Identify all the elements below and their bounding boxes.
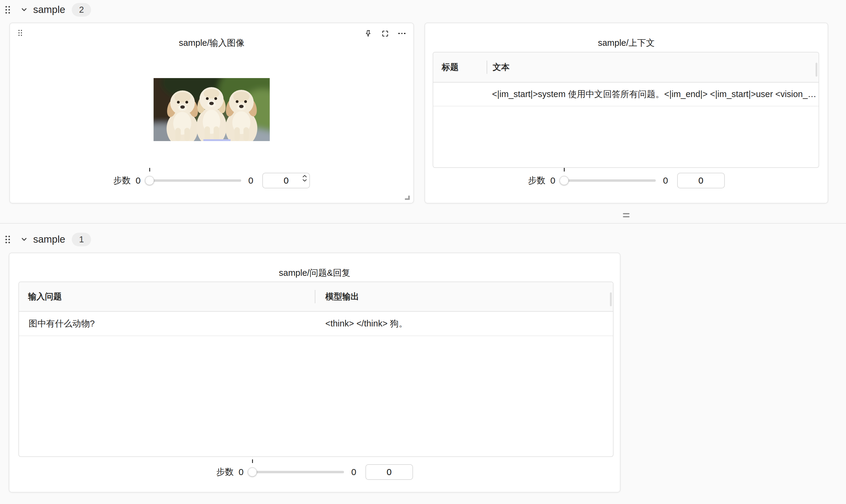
chevron-up-icon <box>302 175 307 178</box>
panel-title: sample/上下文 <box>425 37 828 49</box>
table-row: 图中有什么动物? <think> </think> 狗。 <box>19 312 613 336</box>
drag-handle-icon[interactable] <box>5 236 10 243</box>
slider-thumb[interactable] <box>145 176 154 185</box>
table-row: <|im_start|>system 使用中文回答所有问题。<|im_end|>… <box>433 83 818 106</box>
column-header-output: 模型输出 <box>316 291 359 302</box>
section-title: sample <box>33 234 65 245</box>
section-divider <box>0 223 846 224</box>
input-image-panel: sample/输入图像 <box>10 23 414 203</box>
steps-input[interactable] <box>677 173 725 188</box>
steps-label: 步数 <box>216 466 234 478</box>
panel-title: sample/问题&回复 <box>10 267 620 279</box>
steps-number-field <box>262 173 310 188</box>
steps-slider[interactable] <box>561 173 656 188</box>
steps-control: 步数 0 0 <box>10 464 620 480</box>
section-resize-handle-icon[interactable] <box>623 213 630 217</box>
panel-resize-handle-icon[interactable] <box>405 196 410 200</box>
drag-handle-icon[interactable] <box>18 30 22 36</box>
cell-question: 图中有什么动物? <box>19 318 315 330</box>
steps-label: 步数 <box>113 175 131 186</box>
column-header-title: 标题 <box>433 61 487 73</box>
steps-input[interactable] <box>365 464 413 480</box>
slider-tick <box>564 168 565 172</box>
table-header-row: 标题 文本 <box>433 52 818 83</box>
more-options-icon[interactable] <box>398 29 406 38</box>
steps-control: 步数 0 0 <box>10 173 413 188</box>
slider-thumb[interactable] <box>560 176 569 185</box>
steps-number-field <box>365 464 413 480</box>
input-image[interactable] <box>154 78 270 141</box>
slider-tick <box>252 460 253 463</box>
steps-min-value: 0 <box>136 176 141 186</box>
steps-number-field <box>677 173 725 188</box>
steps-max-value: 0 <box>351 467 356 477</box>
steps-max-value: 0 <box>248 176 254 186</box>
steps-slider[interactable] <box>146 173 241 188</box>
cell-text: <|im_start|>system 使用中文回答所有问题。<|im_end|>… <box>492 88 818 101</box>
steps-label: 步数 <box>528 175 545 186</box>
chevron-down-icon[interactable] <box>20 235 28 243</box>
column-header-question: 输入问题 <box>19 291 315 302</box>
table-header-row: 输入问题 模型输出 <box>19 282 613 312</box>
slider-track[interactable] <box>146 179 241 182</box>
qa-table: 输入问题 模型输出 图中有什么动物? <think> </think> 狗。 <box>18 282 614 457</box>
steps-max-value: 0 <box>663 176 668 186</box>
steps-control: 步数 0 0 <box>425 173 828 188</box>
cell-output: <think> </think> 狗。 <box>315 318 613 330</box>
pin-icon[interactable] <box>364 29 372 38</box>
slider-track[interactable] <box>561 179 656 182</box>
drag-handle-icon[interactable] <box>5 6 10 14</box>
column-header-text: 文本 <box>487 61 509 73</box>
section-header-sample-2: sample 2 <box>5 2 91 17</box>
qa-panel: sample/问题&回复 输入问题 模型输出 图中有什么动物? <think> … <box>9 253 620 492</box>
steps-min-value: 0 <box>238 467 244 477</box>
puppies-photo <box>154 78 270 141</box>
fullscreen-icon[interactable] <box>381 29 389 38</box>
slider-track[interactable] <box>249 471 344 473</box>
section-header-sample-1: sample 1 <box>5 232 91 247</box>
table-scrollbar-thumb[interactable] <box>610 292 612 306</box>
context-panel: sample/上下文 标题 文本 <|im_start|>system 使用中文… <box>425 23 828 203</box>
table-scrollbar-thumb[interactable] <box>815 63 817 76</box>
section-title: sample <box>33 4 65 15</box>
panel-title: sample/输入图像 <box>10 37 413 49</box>
chevron-down-icon[interactable] <box>20 6 28 14</box>
panel-count-badge: 2 <box>72 3 91 17</box>
panel-actions <box>364 29 406 38</box>
slider-thumb[interactable] <box>248 468 257 476</box>
slider-tick <box>149 168 150 172</box>
context-table: 标题 文本 <|im_start|>system 使用中文回答所有问题。<|im… <box>433 52 819 168</box>
steps-slider[interactable] <box>249 464 344 480</box>
stepper-arrows[interactable] <box>302 175 307 182</box>
panel-count-badge: 1 <box>72 233 91 246</box>
chevron-down-icon <box>302 179 307 182</box>
steps-min-value: 0 <box>550 176 555 186</box>
